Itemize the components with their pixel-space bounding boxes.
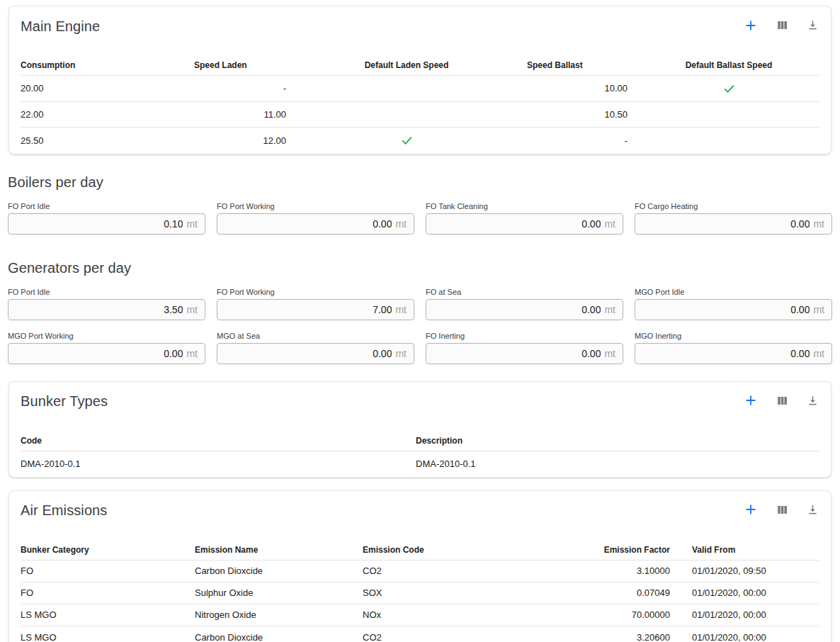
- table-row[interactable]: FO Carbon Dioxcide CO2 3.10000 01/01/202…: [21, 561, 819, 582]
- column-header-code: Code: [21, 436, 416, 446]
- column-header-speed-laden: Speed Laden: [183, 60, 297, 70]
- fo-tank-cleaning-input[interactable]: [433, 218, 601, 230]
- air-emissions-card: Air Emissions Bunker Category Emission N…: [8, 490, 832, 642]
- field-label: FO Port Working: [217, 288, 414, 296]
- table-row[interactable]: DMA-2010-0.1 DMA-2010-0.1: [21, 451, 819, 477]
- cell-emission-code: NOx: [363, 609, 540, 620]
- column-header-description: Description: [416, 436, 819, 446]
- cell-consumption: 25.50: [21, 135, 183, 146]
- boilers-title: Boilers per day: [8, 174, 832, 191]
- mgo-at-sea-field: MGO at Sea mt: [217, 332, 414, 364]
- boilers-section: Boilers per day FO Port Idle mt FO Port …: [8, 174, 832, 235]
- fo-cargo-heating-input[interactable]: [642, 218, 810, 230]
- column-header-default-laden-speed: Default Laden Speed: [297, 60, 516, 70]
- unit-label: mt: [186, 304, 198, 315]
- plus-icon: [743, 502, 759, 519]
- fo-port-idle-input[interactable]: [16, 304, 183, 315]
- column-header-speed-ballast: Speed Ballast: [516, 60, 638, 70]
- cell-consumption: 20.00: [21, 83, 183, 94]
- fo-at-sea-input[interactable]: [433, 304, 601, 315]
- cell-speed-laden: 11.00: [183, 109, 297, 120]
- columns-icon: [776, 18, 789, 34]
- fo-port-idle-field: FO Port Idle mt: [8, 288, 205, 320]
- fo-port-working-input[interactable]: [225, 304, 392, 315]
- download-button[interactable]: [806, 503, 819, 519]
- fo-port-working-field: FO Port Working mt: [217, 288, 414, 320]
- cell-emission-name: Nitrogen Oxide: [195, 609, 363, 620]
- download-icon: [806, 394, 819, 410]
- cell-speed-ballast: 10.50: [516, 109, 638, 120]
- generators-fields-row-2: MGO Port Working mt MGO at Sea mt FO Ine…: [8, 332, 832, 364]
- boilers-fields: FO Port Idle mt FO Port Working mt FO Ta…: [8, 202, 832, 235]
- table-row[interactable]: 25.50 12.00 -: [21, 128, 819, 154]
- field-label: FO Port Idle: [8, 288, 205, 296]
- columns-icon: [776, 394, 789, 410]
- cell-valid-from: 01/01/2020, 00:00: [674, 609, 819, 620]
- table-row[interactable]: LS MGO Carbon Dioxcide CO2 3.20600 01/01…: [21, 626, 819, 642]
- bunker-types-column-headers: Code Description: [21, 436, 819, 451]
- main-engine-header: Main Engine: [21, 18, 819, 35]
- check-icon: [297, 135, 516, 146]
- fo-port-working-field: FO Port Working mt: [217, 202, 414, 235]
- columns-icon: [776, 503, 789, 519]
- cell-code: DMA-2010-0.1: [21, 458, 416, 469]
- column-header-valid-from: Valid From: [674, 545, 819, 555]
- columns-button[interactable]: [776, 394, 789, 410]
- table-row[interactable]: FO Sulphur Oxide SOX 0.07049 01/01/2020,…: [21, 582, 819, 604]
- field-label: MGO Inerting: [635, 332, 832, 340]
- download-button[interactable]: [806, 394, 819, 410]
- columns-button[interactable]: [776, 503, 789, 519]
- cell-bunker-category: FO: [21, 587, 195, 598]
- mgo-inerting-input[interactable]: [642, 348, 810, 359]
- cell-emission-code: CO2: [363, 632, 540, 642]
- bunker-types-header: Bunker Types: [21, 393, 819, 410]
- fo-port-idle-field: FO Port Idle mt: [8, 202, 205, 235]
- cell-speed-laden: 12.00: [183, 135, 297, 146]
- check-icon: [638, 83, 819, 94]
- air-emissions-title: Air Emissions: [21, 502, 107, 519]
- column-header-consumption: Consumption: [21, 60, 183, 70]
- columns-button[interactable]: [776, 18, 789, 34]
- fo-inerting-input[interactable]: [433, 348, 601, 359]
- mgo-port-idle-input[interactable]: [642, 304, 810, 315]
- generators-fields-row-1: FO Port Idle mt FO Port Working mt FO at…: [8, 288, 832, 320]
- download-icon: [806, 503, 819, 519]
- cell-emission-name: Carbon Dioxcide: [195, 565, 363, 576]
- cell-speed-ballast: 10.00: [516, 83, 638, 94]
- cell-valid-from: 01/01/2020, 00:00: [674, 632, 819, 642]
- table-row[interactable]: LS MGO Nitrogen Oxide NOx 70.00000 01/01…: [21, 604, 819, 626]
- plus-icon: [743, 393, 759, 410]
- fo-port-idle-input[interactable]: [16, 218, 183, 230]
- mgo-inerting-field: MGO Inerting mt: [635, 332, 832, 364]
- column-header-bunker-category: Bunker Category: [21, 545, 195, 555]
- mgo-port-working-input[interactable]: [16, 348, 183, 359]
- fo-port-working-input[interactable]: [225, 218, 392, 230]
- unit-label: mt: [813, 304, 824, 315]
- table-row[interactable]: 20.00 - 10.00: [21, 76, 819, 102]
- mgo-port-idle-field: MGO Port Idle mt: [635, 288, 832, 320]
- bunker-types-toolbar: [743, 393, 819, 410]
- add-button[interactable]: [743, 502, 759, 519]
- column-header-default-ballast-speed: Default Ballast Speed: [638, 60, 819, 70]
- air-emissions-header: Air Emissions: [21, 502, 819, 519]
- column-header-emission-factor: Emission Factor: [540, 545, 674, 555]
- main-engine-card: Main Engine Consumption Speed Laden Defa…: [8, 6, 832, 154]
- fo-tank-cleaning-field: FO Tank Cleaning mt: [426, 202, 623, 235]
- field-label: MGO Port Working: [8, 332, 205, 340]
- download-button[interactable]: [806, 18, 819, 34]
- main-engine-title: Main Engine: [21, 18, 100, 35]
- mgo-at-sea-input[interactable]: [225, 348, 392, 359]
- column-header-emission-name: Emission Name: [195, 545, 363, 555]
- add-button[interactable]: [743, 18, 759, 35]
- unit-label: mt: [395, 304, 407, 315]
- air-emissions-column-headers: Bunker Category Emission Name Emission C…: [21, 545, 819, 561]
- main-engine-column-headers: Consumption Speed Laden Default Laden Sp…: [21, 60, 819, 76]
- field-label: FO Port Working: [217, 202, 414, 210]
- fo-cargo-heating-field: FO Cargo Heating mt: [635, 202, 832, 235]
- cell-emission-name: Sulphur Oxide: [195, 587, 363, 598]
- add-button[interactable]: [743, 393, 759, 410]
- table-row[interactable]: 22.00 11.00 10.50: [21, 102, 819, 128]
- unit-label: mt: [604, 348, 615, 359]
- cell-default-ballast-speed: [638, 83, 819, 94]
- unit-label: mt: [186, 348, 198, 359]
